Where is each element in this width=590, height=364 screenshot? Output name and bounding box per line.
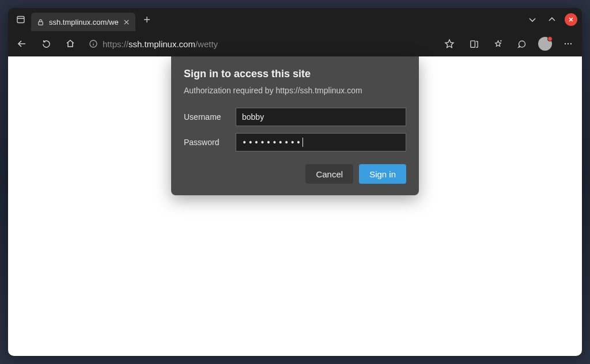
browser-window: ssh.tmplinux.com/we: [8, 8, 582, 356]
svg-rect-14: [470, 40, 475, 47]
maximize-icon[interactable]: [545, 13, 559, 26]
password-label: Password: [184, 138, 236, 147]
password-input[interactable]: ••••••••••: [236, 133, 406, 151]
refresh-button[interactable]: [38, 36, 54, 52]
password-masked-value: ••••••••••: [242, 138, 302, 147]
window-controls: [525, 13, 577, 26]
tab-strip: ssh.tmplinux.com/we: [8, 8, 582, 31]
favorite-icon[interactable]: [441, 36, 457, 52]
svg-point-20: [570, 43, 572, 44]
cancel-button[interactable]: Cancel: [305, 164, 353, 184]
url-host: ssh.tmplinux.com: [128, 39, 195, 49]
url-protocol: https://: [103, 39, 128, 49]
profile-avatar[interactable]: [538, 37, 552, 51]
close-window-button[interactable]: [565, 13, 577, 26]
tab-title: ssh.tmplinux.com/we: [49, 18, 119, 26]
svg-point-19: [568, 43, 569, 44]
page-content: Sign in to access this site Authorizatio…: [8, 56, 582, 356]
home-button[interactable]: [62, 36, 78, 52]
collections-icon[interactable]: [466, 36, 482, 52]
back-button[interactable]: [14, 36, 30, 52]
toolbar-right: [441, 36, 576, 52]
favorites-bar-icon[interactable]: [490, 36, 506, 52]
browser-tab[interactable]: ssh.tmplinux.com/we: [31, 13, 135, 31]
close-icon[interactable]: [123, 19, 130, 25]
dialog-title: Sign in to access this site: [184, 68, 406, 80]
address-bar[interactable]: https://ssh.tmplinux.com/wetty: [86, 35, 433, 53]
svg-rect-2: [39, 21, 43, 25]
minimize-icon[interactable]: [525, 13, 539, 26]
username-input[interactable]: [236, 108, 406, 126]
url-path: /wetty: [195, 39, 218, 49]
menu-icon[interactable]: [560, 36, 576, 52]
toolbar: https://ssh.tmplinux.com/wetty: [8, 31, 582, 56]
tab-actions-icon[interactable]: [13, 12, 29, 28]
lock-icon: [37, 18, 44, 26]
new-tab-button[interactable]: [139, 12, 155, 28]
auth-dialog: Sign in to access this site Authorizatio…: [171, 56, 419, 195]
url-display: https://ssh.tmplinux.com/wetty: [103, 39, 218, 49]
username-label: Username: [184, 112, 236, 122]
svg-rect-0: [17, 17, 24, 23]
extensions-icon[interactable]: [514, 36, 530, 52]
svg-marker-15: [495, 40, 500, 46]
dialog-subtitle: Authorization required by https://ssh.tm…: [184, 86, 406, 95]
site-info-icon[interactable]: [89, 39, 98, 48]
svg-point-18: [565, 43, 566, 44]
svg-marker-13: [445, 40, 453, 48]
text-cursor: [302, 138, 303, 147]
signin-button[interactable]: Sign in: [359, 164, 406, 184]
